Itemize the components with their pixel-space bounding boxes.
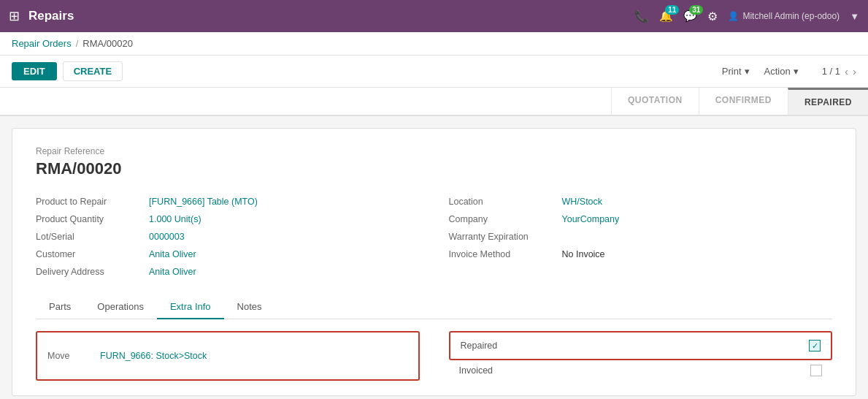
phone-icon[interactable]: 📞	[634, 10, 649, 23]
invoiced-checkbox[interactable]	[810, 365, 822, 376]
status-quotation[interactable]: QUOTATION	[611, 88, 699, 115]
field-invoice-method: Invoice Method No Invoice	[449, 246, 833, 263]
status-confirmed[interactable]: CONFIRMED	[699, 88, 788, 115]
pager-next[interactable]: ›	[853, 65, 856, 77]
repair-ref-label: Repair Reference	[36, 146, 832, 156]
field-product-to-repair: Product to Repair [FURN_9666] Table (MTO…	[36, 193, 420, 210]
field-label: Location	[449, 197, 562, 207]
topbar: ⊞ Repairs 📞 🔔 11 💬 31 ⚙ 👤 Mitchell Admin…	[0, 0, 868, 32]
breadcrumb-separator: /	[76, 38, 79, 49]
breadcrumb: Repair Orders / RMA/00020	[0, 32, 868, 56]
main-content: Repair Reference RMA/00020 Product to Re…	[0, 116, 868, 399]
edit-button[interactable]: EDIT	[12, 62, 57, 80]
field-customer: Customer Anita Oliver	[36, 246, 420, 263]
user-avatar: 👤	[728, 11, 739, 21]
pager-text: 1 / 1	[822, 66, 840, 77]
field-label: Invoice Method	[449, 249, 562, 259]
field-value[interactable]: 0000003	[149, 232, 185, 242]
invoiced-row: Invoiced	[449, 360, 833, 381]
extra-info-content: Move FURN_9666: Stock>Stock Repaired Inv…	[36, 331, 832, 381]
field-lot-serial: Lot/Serial 0000003	[36, 228, 420, 246]
user-info[interactable]: 👤 Mitchell Admin (ep-odoo)	[728, 11, 840, 21]
field-location: Location WH/Stock	[449, 193, 833, 210]
topbar-actions: 📞 🔔 11 💬 31 ⚙ 👤 Mitchell Admin (ep-odoo)…	[634, 10, 859, 23]
field-label: Product Quantity	[36, 214, 149, 224]
tab-extra-info[interactable]: Extra Info	[157, 295, 224, 319]
notification1-icon[interactable]: 🔔 11	[659, 10, 673, 23]
form-card: Repair Reference RMA/00020 Product to Re…	[12, 128, 856, 396]
tab-notes[interactable]: Notes	[224, 295, 275, 319]
field-label: Delivery Address	[36, 267, 149, 277]
field-value[interactable]: [FURN_9666] Table (MTO)	[149, 197, 258, 207]
field-delivery-address: Delivery Address Anita Oliver	[36, 263, 420, 281]
grid-icon[interactable]: ⊞	[9, 8, 20, 24]
field-value[interactable]: Anita Oliver	[149, 267, 196, 277]
toolbar: EDIT CREATE Print ▾ Action ▾ 1 / 1 ‹ ›	[0, 56, 868, 88]
field-company: Company YourCompany	[449, 210, 833, 228]
repaired-label: Repaired	[461, 341, 804, 351]
settings-icon[interactable]: ⚙	[707, 10, 718, 23]
print-button[interactable]: Print ▾	[722, 66, 750, 77]
repaired-box: Repaired	[449, 331, 833, 360]
user-name: Mitchell Admin (ep-odoo)	[742, 11, 840, 21]
topbar-chevron[interactable]: ▼	[850, 11, 859, 22]
create-button[interactable]: CREATE	[63, 61, 123, 81]
field-value: No Invoice	[562, 249, 605, 259]
tab-parts[interactable]: Parts	[36, 295, 84, 319]
repair-ref-value: RMA/00020	[36, 159, 832, 178]
right-extra-column: Repaired Invoiced	[449, 331, 833, 381]
print-label: Print	[722, 66, 742, 77]
fields-grid: Product to Repair [FURN_9666] Table (MTO…	[36, 193, 832, 281]
print-dropdown-icon: ▾	[745, 66, 750, 77]
field-label: Lot/Serial	[36, 232, 149, 242]
fields-right: Location WH/Stock Company YourCompany Wa…	[449, 193, 833, 281]
move-value[interactable]: FURN_9666: Stock>Stock	[100, 351, 408, 361]
status-repaired[interactable]: REPAIRED	[788, 88, 868, 115]
field-label: Customer	[36, 249, 149, 259]
field-warranty-expiration: Warranty Expiration	[449, 228, 833, 246]
field-product-quantity: Product Quantity 1.000 Unit(s)	[36, 210, 420, 228]
action-dropdown-icon: ▾	[794, 66, 799, 77]
field-value[interactable]: YourCompany	[562, 214, 620, 224]
field-label: Product to Repair	[36, 197, 149, 207]
pager-prev[interactable]: ‹	[845, 65, 848, 77]
breadcrumb-current: RMA/00020	[82, 38, 133, 49]
field-value[interactable]: 1.000 Unit(s)	[149, 214, 201, 224]
tabs-bar: Parts Operations Extra Info Notes	[36, 295, 832, 319]
field-label: Company	[449, 214, 562, 224]
pager: 1 / 1 ‹ ›	[822, 65, 856, 77]
move-box: Move FURN_9666: Stock>Stock	[36, 331, 420, 381]
tab-operations[interactable]: Operations	[84, 295, 157, 319]
notification2-badge: 31	[689, 5, 703, 15]
app-title: Repairs	[28, 9, 634, 23]
move-label: Move	[47, 351, 91, 361]
invoiced-label: Invoiced	[459, 365, 805, 376]
notification1-badge: 11	[665, 5, 679, 15]
statusbar: QUOTATIONCONFIRMEDREPAIRED	[0, 88, 868, 116]
field-value[interactable]: Anita Oliver	[149, 249, 196, 259]
breadcrumb-parent[interactable]: Repair Orders	[12, 38, 72, 49]
action-button[interactable]: Action ▾	[764, 66, 799, 77]
fields-left: Product to Repair [FURN_9666] Table (MTO…	[36, 193, 420, 281]
repaired-checkbox[interactable]	[809, 340, 821, 352]
field-value[interactable]: WH/Stock	[562, 197, 603, 207]
field-label: Warranty Expiration	[449, 232, 562, 242]
notification2-icon[interactable]: 💬 31	[683, 10, 697, 23]
action-label: Action	[764, 66, 791, 77]
